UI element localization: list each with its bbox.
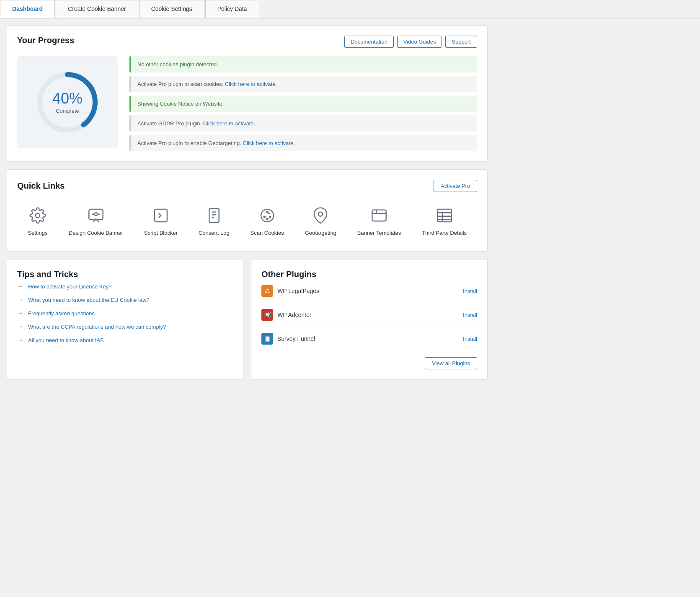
status-item-2: Showing Cookie Notice on Website. [129,96,477,112]
quick-links-header: Quick Links Activate Pro [17,180,477,192]
quick-links-title: Quick Links [17,181,65,191]
progress-circle-container: 40% Complete [17,56,118,148]
tips-item-3[interactable]: → What are the CCPA regulations and how … [17,323,233,330]
tab-bar: Dashboard Create Cookie Banner Cookie Se… [0,0,700,18]
progress-circle: 40% Complete [34,69,101,136]
third-party-icon [434,205,455,226]
status-item-1: Activate Pro plugin to scan cookies. Cli… [129,76,477,92]
arrow-icon-2: → [17,309,24,317]
progress-header: Your Progress Documentation Video Guides… [17,36,477,48]
design-icon [86,205,106,226]
script-blocker-label: Script Blocker [144,230,178,236]
progress-percent: 40% [52,91,83,106]
install-button-0[interactable]: Install [463,288,477,294]
header-buttons: Documentation Video Guides Support [344,36,477,48]
consent-log-icon [204,205,224,226]
arrow-icon-4: → [17,336,24,344]
quick-link-consent-log[interactable]: Consent Log [192,200,236,241]
quick-link-third-party[interactable]: Third Party Details [415,200,473,241]
tab-cookie-settings[interactable]: Cookie Settings [139,0,204,18]
geotargeting-label: Geotargeting [305,230,336,236]
quick-link-settings[interactable]: Settings [21,200,54,241]
tips-title: Tips and Tricks [17,270,233,279]
tips-item-2[interactable]: → Frequently asked questions [17,309,233,317]
activate-link-4[interactable]: Click here to activate. [243,140,295,146]
svg-point-16 [318,212,323,216]
progress-text: 40% Complete [52,91,83,114]
plugin-item-2: 📋 Survey Funnel Install [261,327,477,350]
svg-point-13 [263,216,265,218]
svg-point-15 [266,218,268,220]
plugin-name-2: Survey Funnel [277,335,315,342]
tips-list: → How to activate your License Key? → Wh… [17,283,233,344]
plugin-icon-1: 📢 [261,309,273,321]
tips-item-0[interactable]: → How to activate your License Key? [17,283,233,290]
plugin-list: ⚖ WP LegalPages Install 📢 WP Adcenter In… [261,279,477,350]
status-item-0: No other cookies plugin detected. [129,56,477,73]
svg-point-14 [269,216,271,218]
quick-links-grid: Settings Design Cookie Banner Script Blo… [17,200,477,241]
progress-complete-label: Complete [52,108,83,114]
banner-templates-icon [369,205,389,226]
scan-cookies-label: Scan Cookies [251,230,284,236]
plugin-icon-0: ⚖ [261,285,273,297]
plugin-item-1: 📢 WP Adcenter Install [261,303,477,327]
bottom-grid: Tips and Tricks → How to activate your L… [7,259,488,387]
tips-item-1[interactable]: → What you need to know about the EU Coo… [17,296,233,304]
quick-link-script-blocker[interactable]: Script Blocker [137,200,184,241]
svg-rect-3 [89,209,103,220]
banner-templates-label: Banner Templates [357,230,401,236]
plugin-icon-2: 📋 [261,333,273,345]
view-all-container: View all Plugins [261,357,477,369]
tab-dashboard[interactable]: Dashboard [0,0,55,18]
plugin-name-1: WP Adcenter [277,311,311,318]
video-guides-button[interactable]: Video Guides [397,36,442,48]
activate-link-1[interactable]: Click here to activate. [225,81,277,87]
tips-card: Tips and Tricks → How to activate your L… [7,259,243,380]
install-button-1[interactable]: Install [463,312,477,318]
progress-card: Your Progress Documentation Video Guides… [7,25,488,162]
status-item-4: Activate Pro plugin to enable Geotargeti… [129,135,477,151]
svg-rect-7 [209,208,219,222]
quick-link-scan-cookies[interactable]: Scan Cookies [244,200,291,241]
view-all-plugins-button[interactable]: View all Plugins [425,357,477,369]
arrow-icon-0: → [17,283,24,290]
svg-rect-17 [372,210,386,221]
quick-links-card: Quick Links Activate Pro Settings Design… [7,169,488,252]
quick-link-banner-templates[interactable]: Banner Templates [351,200,408,241]
third-party-label: Third Party Details [422,230,467,236]
support-button[interactable]: Support [445,36,477,48]
settings-icon [28,205,48,226]
other-plugins-title: Other Plugins [261,270,477,279]
status-item-3: Activate GDPR Pro plugin. Click here to … [129,115,477,132]
geotargeting-icon [310,205,331,226]
consent-log-label: Consent Log [199,230,230,236]
tips-item-4[interactable]: → All you need to know about IAB [17,336,233,344]
plugin-item-0: ⚖ WP LegalPages Install [261,279,477,303]
script-blocker-icon [151,205,171,226]
tab-policy-data[interactable]: Policy Data [205,0,259,18]
progress-title: Your Progress [17,36,74,45]
status-list: No other cookies plugin detected. Activa… [129,56,477,151]
quick-link-geotargeting[interactable]: Geotargeting [298,200,343,241]
activate-link-3[interactable]: Click here to activate. [203,120,255,127]
plugin-name-0: WP LegalPages [277,288,319,294]
scan-cookies-icon [257,205,277,226]
svg-point-2 [36,213,40,218]
settings-label: Settings [28,230,47,236]
progress-body: 40% Complete No other cookies plugin det… [17,56,477,151]
documentation-button[interactable]: Documentation [344,36,393,48]
arrow-icon-3: → [17,323,24,330]
quick-link-design[interactable]: Design Cookie Banner [62,200,130,241]
svg-point-4 [95,213,98,215]
install-button-2[interactable]: Install [463,336,477,342]
design-label: Design Cookie Banner [69,230,123,236]
other-plugins-card: Other Plugins ⚖ WP LegalPages Install 📢 … [251,259,488,380]
arrow-icon-1: → [17,296,24,304]
activate-pro-button[interactable]: Activate Pro [434,180,477,192]
tab-create-cookie-banner[interactable]: Create Cookie Banner [56,0,138,18]
